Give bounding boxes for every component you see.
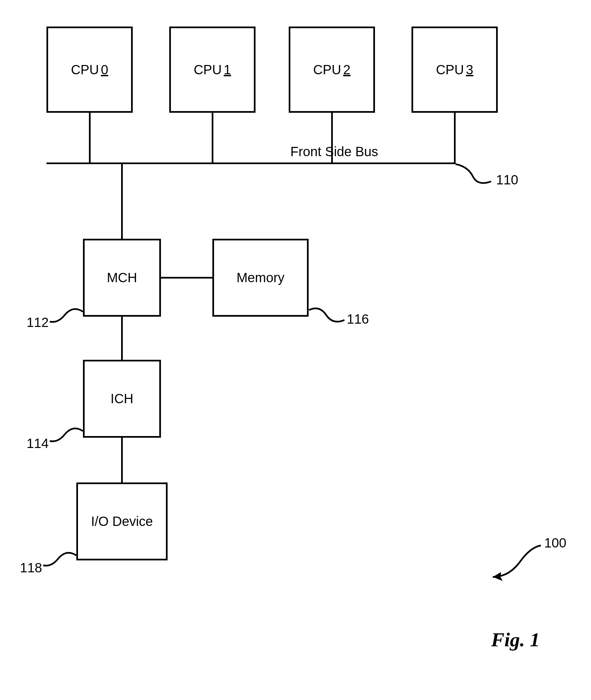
bus-label: Front Side Bus <box>290 144 378 159</box>
mch-ref: 112 <box>26 315 49 330</box>
memory-label: Memory <box>237 270 284 285</box>
ich-io-stub <box>121 438 123 482</box>
system-ref: 100 <box>544 536 567 550</box>
ich-ref: 114 <box>26 436 49 451</box>
memory-box: Memory <box>212 239 309 317</box>
mch-ref-leader <box>47 302 86 335</box>
cpu-1-num: 1 <box>224 62 231 77</box>
bus-ref-leader <box>455 163 498 190</box>
cpu-1-text: CPU <box>194 62 222 77</box>
cpu-3-label: CPU 3 <box>436 62 473 77</box>
cpu-2-num: 2 <box>343 62 350 77</box>
ich-box: ICH <box>83 360 161 438</box>
io-ref-leader <box>40 545 80 578</box>
cpu-0-text: CPU <box>71 62 99 77</box>
system-ref-leader <box>484 544 544 587</box>
block-diagram: CPU 0 CPU 1 CPU 2 CPU 3 Front Side Bus 1… <box>13 13 577 677</box>
cpu-2-text: CPU <box>313 62 341 77</box>
cpu1-stub <box>212 113 213 162</box>
cpu-0-num: 0 <box>101 62 108 77</box>
bus-ref: 110 <box>496 172 518 187</box>
bus-mch-stub <box>121 162 123 239</box>
cpu-3-box: CPU 3 <box>411 26 498 113</box>
mch-ich-stub <box>121 317 123 360</box>
cpu-0-label: CPU 0 <box>71 62 109 77</box>
mch-box: MCH <box>83 239 161 317</box>
figure-label: Fig. 1 <box>491 628 540 651</box>
ich-label: ICH <box>111 391 133 406</box>
cpu-3-num: 3 <box>466 62 473 77</box>
cpu-0-box: CPU 0 <box>47 26 133 113</box>
front-side-bus <box>47 162 456 164</box>
mch-label: MCH <box>107 270 137 285</box>
cpu3-stub <box>454 113 456 162</box>
io-ref: 118 <box>20 560 42 575</box>
io-label: I/O Device <box>91 514 153 529</box>
memory-ref-leader <box>308 302 348 332</box>
cpu-2-label: CPU 2 <box>313 62 351 77</box>
cpu-1-box: CPU 1 <box>169 26 256 113</box>
cpu-1-label: CPU 1 <box>194 62 231 77</box>
ich-ref-leader <box>47 421 86 454</box>
io-box: I/O Device <box>76 482 168 560</box>
mch-mem-line <box>161 277 212 279</box>
cpu-3-text: CPU <box>436 62 464 77</box>
cpu-2-box: CPU 2 <box>289 26 375 113</box>
cpu0-stub <box>89 113 90 162</box>
memory-ref: 116 <box>347 312 369 327</box>
